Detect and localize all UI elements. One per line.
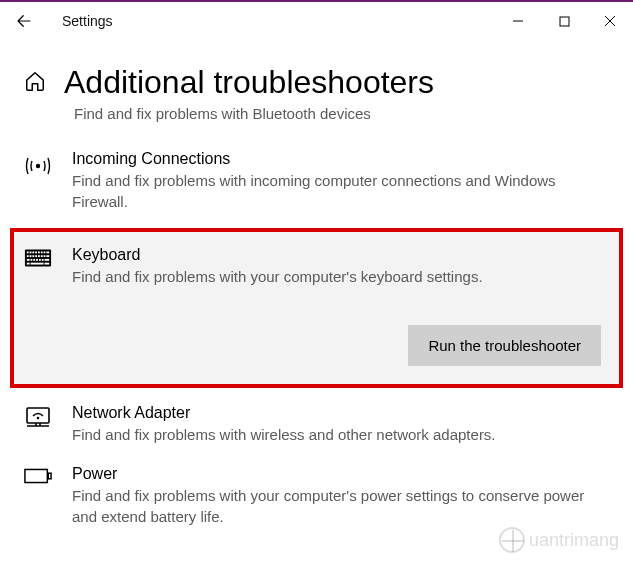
svg-rect-4: [30, 251, 32, 253]
svg-rect-13: [32, 255, 34, 257]
svg-rect-25: [45, 259, 50, 261]
svg-rect-26: [27, 263, 30, 265]
svg-rect-27: [31, 263, 44, 265]
svg-rect-16: [41, 255, 43, 257]
svg-rect-19: [27, 259, 30, 261]
svg-rect-15: [38, 255, 40, 257]
svg-rect-28: [45, 263, 50, 265]
svg-rect-9: [44, 251, 46, 253]
svg-rect-31: [25, 469, 47, 482]
svg-rect-7: [38, 251, 40, 253]
item-title: Network Adapter: [72, 404, 609, 422]
svg-rect-12: [30, 255, 32, 257]
back-button[interactable]: [14, 11, 34, 31]
minimize-icon: [512, 15, 524, 27]
svg-point-1: [36, 164, 40, 168]
arrow-left-icon: [15, 12, 33, 30]
svg-rect-14: [35, 255, 37, 257]
power-icon: [24, 467, 52, 485]
svg-rect-5: [32, 251, 34, 253]
svg-rect-17: [44, 255, 46, 257]
maximize-icon: [559, 16, 570, 27]
page-title: Additional troubleshooters: [64, 64, 434, 101]
svg-rect-3: [27, 251, 29, 253]
item-title: Keyboard: [72, 246, 605, 264]
network-adapter-icon: [24, 406, 52, 432]
item-desc: Find and fix problems with incoming comp…: [72, 170, 592, 212]
svg-rect-10: [46, 251, 49, 253]
item-desc: Find and fix problems with your computer…: [72, 266, 592, 287]
svg-rect-32: [48, 473, 51, 479]
titlebar: Settings: [0, 2, 633, 40]
item-desc: Find and fix problems with your computer…: [72, 485, 592, 527]
window-controls: [495, 2, 633, 40]
close-icon: [604, 15, 616, 27]
svg-rect-8: [41, 251, 43, 253]
troubleshooter-item-keyboard[interactable]: Keyboard Find and fix problems with your…: [10, 228, 623, 388]
svg-rect-0: [560, 17, 569, 26]
item-title: Incoming Connections: [72, 150, 609, 168]
svg-point-30: [37, 417, 40, 420]
home-icon[interactable]: [24, 70, 46, 96]
window-title: Settings: [62, 13, 113, 29]
troubleshooter-item-incoming-connections[interactable]: Incoming Connections Find and fix proble…: [0, 140, 633, 222]
svg-rect-18: [46, 255, 49, 257]
previous-item-desc-truncated: Find and fix problems with Bluetooth dev…: [74, 105, 633, 122]
svg-rect-6: [35, 251, 37, 253]
svg-rect-29: [27, 408, 49, 423]
troubleshooter-item-network-adapter[interactable]: Network Adapter Find and fix problems wi…: [0, 394, 633, 455]
svg-rect-23: [39, 259, 41, 261]
troubleshooter-item-power[interactable]: Power Find and fix problems with your co…: [0, 455, 633, 537]
svg-rect-22: [36, 259, 38, 261]
run-troubleshooter-button[interactable]: Run the troubleshooter: [408, 325, 601, 366]
item-title: Power: [72, 465, 609, 483]
minimize-button[interactable]: [495, 2, 541, 40]
svg-rect-24: [42, 259, 44, 261]
svg-rect-21: [33, 259, 35, 261]
keyboard-icon: [24, 248, 52, 268]
item-desc: Find and fix problems with wireless and …: [72, 424, 592, 445]
svg-rect-20: [31, 259, 33, 261]
maximize-button[interactable]: [541, 2, 587, 40]
incoming-connections-icon: [24, 152, 52, 180]
close-button[interactable]: [587, 2, 633, 40]
svg-rect-11: [27, 255, 29, 257]
page-header: Additional troubleshooters: [0, 40, 633, 109]
